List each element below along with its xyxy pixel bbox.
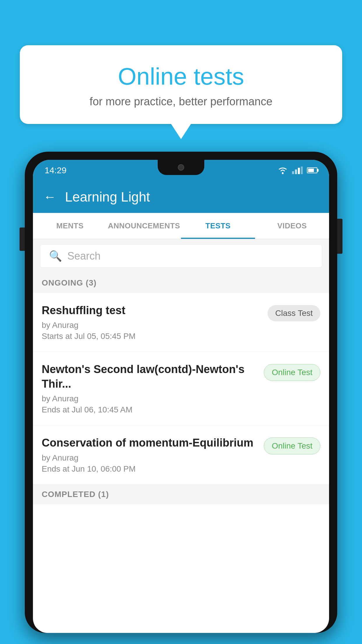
tabs-bar: MENTS ANNOUNCEMENTS TESTS VIDEOS [33,213,329,239]
back-button[interactable]: ← [43,190,56,204]
status-bar: 14:29 [33,160,329,181]
test-info-1: Reshuffling test by Anurag Starts at Jul… [42,303,262,341]
test-title-1: Reshuffling test [42,303,262,318]
battery-fill [308,169,314,172]
tab-videos[interactable]: VIDEOS [255,213,329,239]
test-info-3: Conservation of momentum-Equilibrium by … [42,436,258,473]
test-title-3: Conservation of momentum-Equilibrium [42,436,258,450]
search-bar[interactable]: 🔍 Search [40,244,322,268]
camera [178,164,184,171]
search-container: 🔍 Search [33,239,329,273]
test-item-2[interactable]: Newton's Second law(contd)-Newton's Thir… [33,352,329,425]
app-bar: ← Learning Light [33,181,329,213]
test-title-2: Newton's Second law(contd)-Newton's Thir… [42,362,258,391]
test-info-2: Newton's Second law(contd)-Newton's Thir… [42,362,258,414]
completed-section-title: COMPLETED (1) [42,490,109,499]
ongoing-section-header: ONGOING (3) [33,273,329,293]
tab-announcements[interactable]: ANNOUNCEMENTS [107,213,181,239]
wifi-icon [277,166,288,174]
test-time-1: Starts at Jul 05, 05:45 PM [42,332,262,341]
test-time-2: Ends at Jul 06, 10:45 AM [42,405,258,414]
test-time-3: Ends at Jun 10, 06:00 PM [42,464,258,474]
test-badge-2: Online Test [264,364,320,381]
status-time: 14:29 [45,165,66,175]
ongoing-section-title: ONGOING (3) [42,278,96,287]
completed-section-header: COMPLETED (1) [33,484,329,504]
test-badge-1: Class Test [268,305,320,321]
speech-bubble: Online tests for more practice, better p… [20,45,342,124]
svg-point-0 [282,172,284,174]
search-icon: 🔍 [49,250,62,262]
notch [158,160,204,175]
speech-bubble-subtitle: for more practice, better performance [34,95,328,108]
test-author-1: by Anurag [42,321,262,330]
search-input[interactable]: Search [67,250,101,262]
tab-ments[interactable]: MENTS [33,213,107,239]
battery-icon [307,167,317,173]
test-item-1[interactable]: Reshuffling test by Anurag Starts at Jul… [33,293,329,352]
status-icons [277,166,317,174]
test-author-3: by Anurag [42,453,258,463]
phone-screen: 14:29 [33,160,329,633]
phone-outer: 14:29 [25,152,337,633]
tab-tests[interactable]: TESTS [181,213,255,239]
speech-bubble-title: Online tests [34,63,328,90]
test-badge-3: Online Test [264,438,320,454]
phone-mockup: 14:29 [25,152,337,644]
test-list: Reshuffling test by Anurag Starts at Jul… [33,293,329,484]
test-author-2: by Anurag [42,394,258,403]
signal-icon [292,167,303,174]
app-bar-title: Learning Light [65,189,150,205]
test-item-3[interactable]: Conservation of momentum-Equilibrium by … [33,425,329,484]
